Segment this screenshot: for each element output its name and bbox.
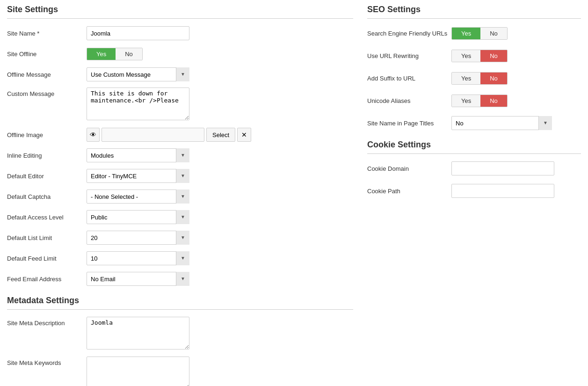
default-access-level-label: Default Access Level: [7, 214, 87, 221]
offline-message-select-wrap: Use Custom Message Use Default Message H…: [87, 67, 189, 81]
cookie-domain-label: Cookie Domain: [367, 165, 451, 172]
inline-editing-select-wrap: None Modules Modules & Plugins: [87, 148, 189, 162]
default-editor-select-wrap: Editor - TinyMCE Editor - CodeMirror No …: [87, 169, 189, 183]
url-rewriting-no-button[interactable]: No: [480, 50, 507, 62]
site-meta-description-label: Site Meta Description: [7, 317, 87, 327]
unicode-aliases-yes-button[interactable]: Yes: [452, 95, 480, 107]
site-offline-no-button[interactable]: No: [116, 48, 142, 60]
offline-image-label: Offline Image: [7, 131, 87, 138]
url-rewriting-label: Use URL Rewriting: [367, 52, 451, 59]
offline-image-select-button[interactable]: Select: [206, 128, 235, 142]
cookie-path-input[interactable]: [451, 184, 554, 198]
feed-email-address-select-wrap: No Email Author Email Site Email: [87, 272, 189, 286]
add-suffix-label: Add Suffix to URL: [367, 75, 451, 82]
default-captcha-select[interactable]: - None Selected - Captcha - ReCaptcha: [87, 189, 189, 204]
default-captcha-label: Default Captcha: [7, 193, 87, 200]
default-feed-limit-label: Default Feed Limit: [7, 255, 87, 262]
add-suffix-yes-button[interactable]: Yes: [452, 73, 480, 84]
offline-image-eye-button[interactable]: 👁: [87, 128, 100, 142]
offline-image-input[interactable]: [102, 128, 204, 142]
url-rewriting-toggle: Yes No: [451, 50, 508, 62]
site-name-input[interactable]: [87, 26, 189, 40]
metadata-settings-title: Metadata Settings: [7, 296, 353, 310]
add-suffix-no-button[interactable]: No: [480, 73, 507, 84]
inline-editing-label: Inline Editing: [7, 152, 87, 159]
custom-message-label: Custom Message: [7, 87, 87, 97]
default-list-limit-select[interactable]: 5 10 15 20 25 30 50 100: [87, 231, 189, 245]
sef-urls-label: Search Engine Friendly URLs: [367, 30, 451, 37]
site-name-page-titles-label: Site Name in Page Titles: [367, 120, 451, 127]
offline-message-select[interactable]: Use Custom Message Use Default Message H…: [87, 67, 189, 81]
eye-icon: 👁: [90, 131, 96, 138]
default-access-level-select[interactable]: Public Guest Registered Special Super Us…: [87, 210, 189, 224]
custom-message-textarea[interactable]: This site is down for maintenance.<br />…: [87, 87, 189, 120]
default-editor-select[interactable]: Editor - TinyMCE Editor - CodeMirror No …: [87, 169, 189, 183]
add-suffix-toggle: Yes No: [451, 72, 508, 85]
cookie-domain-input[interactable]: [451, 161, 554, 175]
offline-image-clear-button[interactable]: ✕: [237, 128, 251, 142]
feed-email-address-label: Feed Email Address: [7, 276, 87, 283]
unicode-aliases-toggle: Yes No: [451, 95, 508, 107]
default-captcha-select-wrap: - None Selected - Captcha - ReCaptcha: [87, 189, 189, 204]
default-editor-label: Default Editor: [7, 173, 87, 180]
site-settings-title: Site Settings: [7, 5, 353, 19]
inline-editing-select[interactable]: None Modules Modules & Plugins: [87, 148, 189, 162]
default-feed-limit-select-wrap: 5 10 15 20 25: [87, 251, 189, 265]
site-name-page-titles-select-wrap: No Before After: [451, 116, 552, 130]
unicode-aliases-label: Unicode Aliases: [367, 97, 451, 104]
offline-message-label: Offline Message: [7, 71, 87, 78]
cookie-settings-title: Cookie Settings: [367, 140, 581, 154]
seo-settings-title: SEO Settings: [367, 5, 581, 19]
cookie-path-label: Cookie Path: [367, 188, 451, 195]
site-meta-keywords-textarea[interactable]: [87, 357, 189, 386]
sef-urls-no-button[interactable]: No: [480, 28, 507, 39]
default-access-level-select-wrap: Public Guest Registered Special Super Us…: [87, 210, 189, 224]
site-meta-keywords-label: Site Meta Keywords: [7, 357, 87, 366]
offline-image-control: 👁 Select ✕: [87, 128, 353, 142]
site-offline-toggle: Yes No: [87, 48, 143, 60]
site-meta-description-textarea[interactable]: Joomla: [87, 317, 189, 350]
site-offline-yes-button[interactable]: Yes: [87, 48, 116, 60]
url-rewriting-yes-button[interactable]: Yes: [452, 50, 480, 62]
site-name-page-titles-select[interactable]: No Before After: [451, 116, 552, 130]
feed-email-address-select[interactable]: No Email Author Email Site Email: [87, 272, 189, 286]
site-offline-label: Site Offline: [7, 51, 87, 58]
sef-urls-toggle: Yes No: [451, 27, 508, 40]
default-feed-limit-select[interactable]: 5 10 15 20 25: [87, 251, 189, 265]
default-list-limit-select-wrap: 5 10 15 20 25 30 50 100: [87, 231, 189, 245]
unicode-aliases-no-button[interactable]: No: [480, 95, 507, 107]
default-list-limit-label: Default List Limit: [7, 234, 87, 241]
site-name-label: Site Name *: [7, 30, 87, 37]
clear-icon: ✕: [241, 131, 247, 138]
sef-urls-yes-button[interactable]: Yes: [452, 28, 480, 39]
